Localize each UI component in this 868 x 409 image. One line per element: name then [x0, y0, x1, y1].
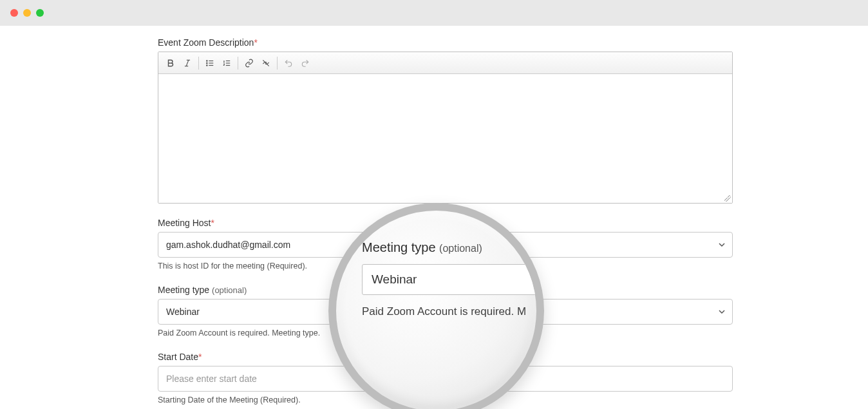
- toolbar-separator: [198, 57, 199, 70]
- field-description: Event Zoom Description*: [158, 37, 733, 204]
- undo-button[interactable]: [280, 55, 297, 71]
- rich-text-editor: [158, 52, 733, 204]
- required-asterisk: *: [198, 352, 202, 362]
- lens-meeting-type-select[interactable]: Webinar: [362, 264, 542, 295]
- toolbar-separator: [277, 57, 278, 70]
- resize-handle-icon[interactable]: [724, 195, 731, 202]
- meeting-host-label-text: Meeting Host: [158, 218, 211, 228]
- bullet-list-button[interactable]: [202, 55, 218, 71]
- rte-body[interactable]: [158, 74, 732, 203]
- bold-button[interactable]: [162, 55, 179, 71]
- required-asterisk: *: [254, 37, 257, 48]
- magnifier-lens: Meeting type (optional) Webinar Paid Zoo…: [328, 203, 544, 409]
- redo-button[interactable]: [297, 55, 314, 71]
- start-date-label-text: Start Date: [158, 352, 198, 362]
- lens-select-value: Webinar: [372, 272, 417, 286]
- description-label: Event Zoom Description*: [158, 37, 733, 48]
- lens-meeting-type-label: Meeting type (optional): [362, 240, 511, 255]
- minimize-window-dot[interactable]: [23, 9, 31, 17]
- rte-toolbar: [158, 52, 732, 74]
- italic-button[interactable]: [179, 55, 196, 71]
- lens-content: Meeting type (optional) Webinar Paid Zoo…: [362, 240, 511, 318]
- svg-point-8: [207, 64, 207, 65]
- link-button[interactable]: [241, 55, 258, 71]
- window-titlebar: [0, 0, 868, 26]
- numbered-list-button[interactable]: [218, 55, 235, 71]
- maximize-window-dot[interactable]: [36, 9, 44, 17]
- lens-help-text: Paid Zoom Account is required. M: [362, 305, 511, 318]
- unlink-button[interactable]: [258, 55, 274, 71]
- toolbar-separator: [238, 57, 238, 70]
- svg-line-2: [186, 60, 189, 66]
- lens-optional-text: (optional): [439, 243, 482, 254]
- meeting-type-label-text: Meeting type: [158, 285, 209, 295]
- close-window-dot[interactable]: [10, 9, 18, 17]
- lens-label-text: Meeting type: [362, 240, 436, 254]
- svg-point-7: [207, 62, 207, 63]
- required-asterisk: *: [211, 218, 214, 228]
- svg-point-6: [207, 60, 207, 61]
- description-label-text: Event Zoom Description: [158, 37, 254, 48]
- meeting-type-optional: (optional): [212, 285, 247, 295]
